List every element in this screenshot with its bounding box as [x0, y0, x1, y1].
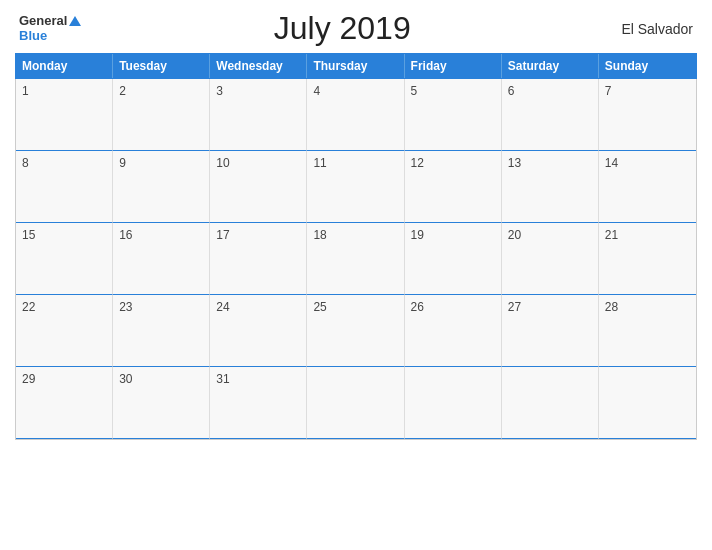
day-cell-19: 19	[405, 223, 502, 295]
day-header-thursday: Thursday	[307, 54, 404, 78]
day-cell-5: 5	[405, 79, 502, 151]
day-cell-13: 13	[502, 151, 599, 223]
day-number: 11	[313, 156, 397, 170]
day-cell-empty	[502, 367, 599, 439]
day-cell-12: 12	[405, 151, 502, 223]
day-cell-20: 20	[502, 223, 599, 295]
day-cell-23: 23	[113, 295, 210, 367]
day-number: 31	[216, 372, 300, 386]
day-cell-25: 25	[307, 295, 404, 367]
day-number: 6	[508, 84, 592, 98]
day-number: 10	[216, 156, 300, 170]
day-cell-empty	[599, 367, 696, 439]
day-number: 7	[605, 84, 690, 98]
day-cell-30: 30	[113, 367, 210, 439]
day-number: 3	[216, 84, 300, 98]
days-header: MondayTuesdayWednesdayThursdayFridaySatu…	[15, 53, 697, 79]
day-cell-21: 21	[599, 223, 696, 295]
day-number: 5	[411, 84, 495, 98]
logo-general: General	[19, 14, 67, 28]
day-cell-3: 3	[210, 79, 307, 151]
day-number: 21	[605, 228, 690, 242]
day-cell-10: 10	[210, 151, 307, 223]
day-number: 17	[216, 228, 300, 242]
day-number: 22	[22, 300, 106, 314]
day-number: 19	[411, 228, 495, 242]
day-cell-9: 9	[113, 151, 210, 223]
day-cell-2: 2	[113, 79, 210, 151]
day-cell-18: 18	[307, 223, 404, 295]
day-number: 30	[119, 372, 203, 386]
day-number: 13	[508, 156, 592, 170]
day-cell-empty	[405, 367, 502, 439]
day-number: 20	[508, 228, 592, 242]
day-header-friday: Friday	[405, 54, 502, 78]
day-cell-24: 24	[210, 295, 307, 367]
day-number: 4	[313, 84, 397, 98]
day-number: 15	[22, 228, 106, 242]
day-header-wednesday: Wednesday	[210, 54, 307, 78]
header-row: General Blue July 2019 El Salvador	[15, 10, 697, 47]
day-number: 26	[411, 300, 495, 314]
day-number: 2	[119, 84, 203, 98]
calendar-grid: 1234567891011121314151617181920212223242…	[15, 79, 697, 440]
day-cell-empty	[307, 367, 404, 439]
day-cell-7: 7	[599, 79, 696, 151]
day-cell-28: 28	[599, 295, 696, 367]
day-number: 14	[605, 156, 690, 170]
day-number: 24	[216, 300, 300, 314]
logo-blue: Blue	[19, 29, 47, 43]
day-cell-31: 31	[210, 367, 307, 439]
day-header-tuesday: Tuesday	[113, 54, 210, 78]
day-cell-22: 22	[16, 295, 113, 367]
day-number: 8	[22, 156, 106, 170]
day-cell-26: 26	[405, 295, 502, 367]
day-number: 27	[508, 300, 592, 314]
logo-triangle-icon	[69, 16, 81, 26]
calendar-title: July 2019	[81, 10, 603, 47]
day-number: 29	[22, 372, 106, 386]
day-cell-27: 27	[502, 295, 599, 367]
day-cell-8: 8	[16, 151, 113, 223]
day-header-monday: Monday	[16, 54, 113, 78]
day-cell-14: 14	[599, 151, 696, 223]
day-cell-1: 1	[16, 79, 113, 151]
calendar-container: General Blue July 2019 El Salvador Monda…	[0, 0, 712, 550]
day-header-saturday: Saturday	[502, 54, 599, 78]
day-cell-29: 29	[16, 367, 113, 439]
day-number: 25	[313, 300, 397, 314]
day-number: 16	[119, 228, 203, 242]
day-number: 12	[411, 156, 495, 170]
day-cell-11: 11	[307, 151, 404, 223]
day-cell-15: 15	[16, 223, 113, 295]
day-number: 23	[119, 300, 203, 314]
day-number: 1	[22, 84, 106, 98]
day-cell-16: 16	[113, 223, 210, 295]
day-cell-6: 6	[502, 79, 599, 151]
day-number: 28	[605, 300, 690, 314]
day-number: 9	[119, 156, 203, 170]
day-number: 18	[313, 228, 397, 242]
day-cell-17: 17	[210, 223, 307, 295]
country-label: El Salvador	[603, 21, 693, 37]
logo-area: General Blue	[19, 14, 81, 43]
day-header-sunday: Sunday	[599, 54, 696, 78]
day-cell-4: 4	[307, 79, 404, 151]
